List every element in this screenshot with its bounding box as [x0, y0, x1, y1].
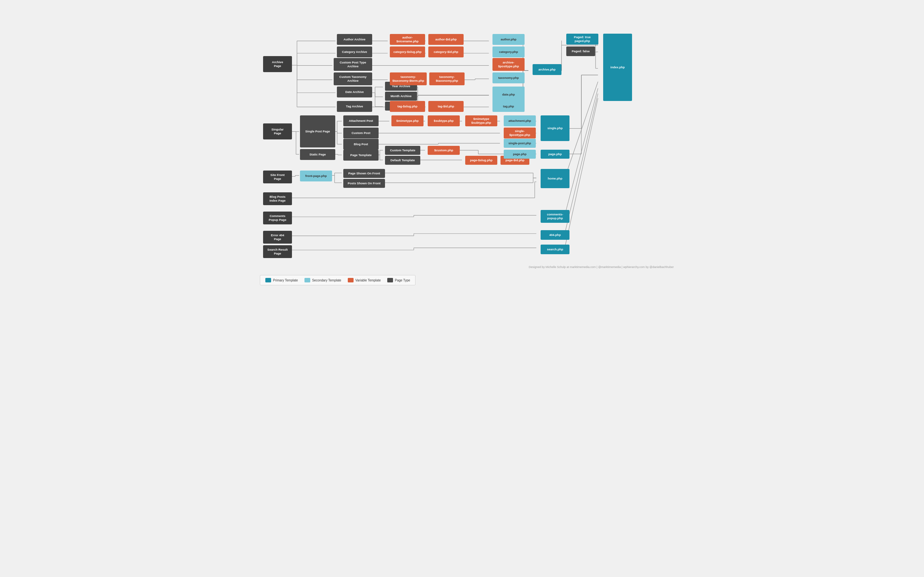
node-date_archive: Date Archive — [337, 87, 372, 97]
node-single_post_page: Single Post Page — [300, 115, 335, 147]
node-custom_taxonomy: Custom Taxonomy Archive — [334, 73, 372, 85]
node-author_php: author.php — [493, 34, 525, 45]
node-home_php: home.php — [541, 169, 569, 188]
legend: Primary Template Secondary Template Vari… — [260, 275, 415, 285]
node-page_php: page.php — [504, 150, 536, 159]
node-single_post_php: single-post.php — [504, 139, 536, 148]
legend-page-type-box — [387, 278, 393, 282]
node-author_archive: Author Archive — [337, 34, 372, 45]
legend-secondary: Secondary Template — [304, 278, 341, 282]
node-tag_archive: Tag Archive — [337, 101, 372, 112]
node-site_front_page: Site Front Page — [263, 171, 292, 183]
node-tag_slug: tag-$slug.php — [390, 101, 425, 112]
node-blog_posts_index: Blog Posts Index Page — [263, 192, 292, 205]
node-attachment_post: Attachment Post — [343, 115, 379, 126]
node-search_result: Search Result Page — [263, 245, 292, 258]
node-single_posttype: single- $posttype.php — [504, 127, 536, 139]
node-singular_page: Singular Page — [263, 123, 292, 139]
legend-page-type: Page Type — [387, 278, 410, 282]
node-category_php: category.php — [493, 47, 525, 57]
node-attachment_php: attachment.php — [504, 115, 536, 126]
svg-line-152 — [565, 98, 598, 248]
node-comments_popup: Comments Popup Page — [263, 211, 292, 224]
node-mimetype_php: $mimetype.php — [391, 115, 423, 126]
node-single_php: single.php — [541, 115, 569, 141]
node-subtype_php: $subtype.php — [428, 115, 460, 126]
node-posts_shown_front: Posts Shown On Front — [343, 179, 385, 188]
node-category_archive: Category Archive — [337, 47, 372, 57]
footer-credit: Designed by Michelle Schulp at marktimem… — [529, 266, 674, 269]
legend-primary-box — [265, 278, 271, 282]
node-month_archive: Month Archive — [385, 92, 417, 101]
node-category_slug: category-$slug.php — [390, 47, 425, 57]
node-comments_popup_php: comments- popup.php — [541, 210, 569, 223]
node-archive_posttype: archive- $posttype.php — [493, 58, 525, 71]
node-page_shown_front: Page Shown On Front — [343, 169, 385, 178]
legend-variable-box — [348, 278, 354, 282]
svg-line-144 — [565, 88, 598, 215]
node-page_slug: page-$slug.php — [465, 156, 497, 165]
node-error_404_php: 404.php — [541, 230, 569, 240]
node-error_404: Error 404 Page — [263, 231, 292, 243]
node-default_template: Default Template — [385, 156, 420, 165]
diagram-wrapper: Primary Template Secondary Template Vari… — [0, 0, 924, 282]
node-custom_post: Custom Post — [343, 127, 379, 139]
legend-page-type-label: Page Type — [395, 279, 410, 282]
svg-line-140 — [565, 82, 598, 178]
node-page_php2: page.php — [541, 150, 569, 159]
legend-variable: Variable Template — [348, 278, 381, 282]
legend-primary: Primary Template — [265, 278, 298, 282]
legend-secondary-box — [304, 278, 310, 282]
svg-line-148 — [565, 93, 598, 234]
node-archive_php: archive.php — [533, 64, 561, 75]
node-paged_true: Paged: true paged.php — [566, 34, 598, 45]
main-container: Primary Template Secondary Template Vari… — [244, 10, 680, 272]
node-mimetype_subtype: $mimetype $subtype.php — [465, 115, 497, 126]
node-author_nicename: author- $nicename.php — [390, 34, 425, 45]
node-taxonomy_term: taxonomy- $taxonomy-$term.php — [390, 73, 427, 85]
legend-secondary-label: Secondary Template — [312, 279, 341, 282]
node-tag_php: tag.php — [493, 101, 525, 112]
node-blog_post: Blog Post — [343, 139, 379, 150]
node-archive_page: Archive Page — [263, 56, 292, 72]
node-search_php: search.php — [541, 245, 569, 254]
node-date_php: date.php — [493, 87, 525, 103]
node-taxonomy_php: taxonomy.php — [493, 73, 525, 83]
node-category_id: category-$id.php — [428, 47, 464, 57]
node-page_template: Page Template — [343, 150, 379, 161]
legend-variable-label: Variable Template — [355, 279, 381, 282]
node-custom_template: Custom Template — [385, 146, 420, 155]
node-custom_post_type: Custom Post Type Archive — [334, 58, 372, 71]
node-author_id: author-$id.php — [428, 34, 464, 45]
node-paged_false: Paged: false — [566, 47, 595, 56]
node-taxonomy_taxonomy: taxonomy- $taxonomy.php — [429, 73, 465, 85]
node-index_php: index.php — [603, 34, 632, 101]
node-front_page_php: front-page.php — [300, 171, 332, 181]
node-custom_php: $custom.php — [428, 146, 460, 155]
node-static_page: Static Page — [300, 149, 335, 160]
legend-primary-label: Primary Template — [273, 279, 298, 282]
node-tag_id: tag-$id.php — [428, 101, 464, 112]
